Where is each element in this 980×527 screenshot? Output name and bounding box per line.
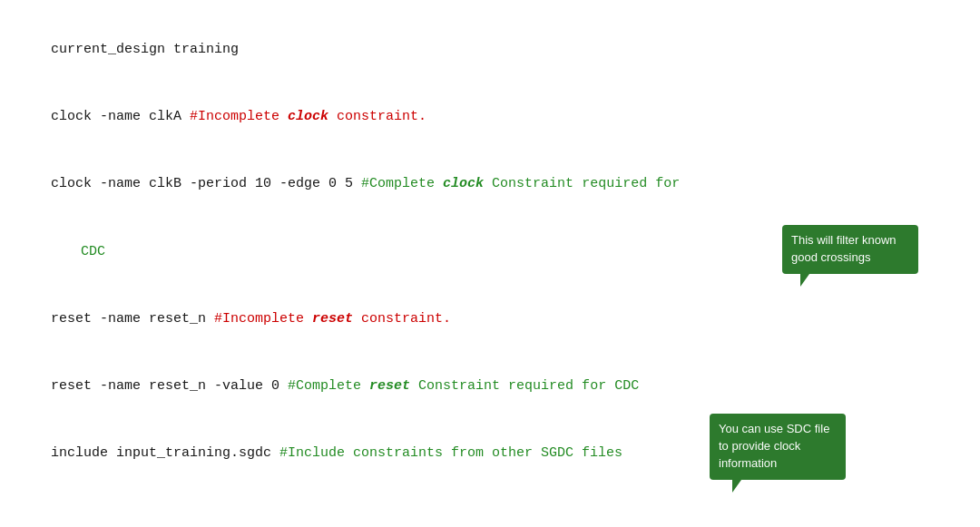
empty-line — [18, 503, 962, 518]
keyword-clock-green: clock — [443, 176, 484, 191]
comment-green: #Complete — [361, 176, 443, 191]
comment-red: #Incomplete — [190, 109, 288, 124]
comment-text3: constraint. — [353, 311, 451, 327]
code-text: current_design training — [51, 42, 239, 57]
comment-text2: Constraint required for — [484, 176, 680, 191]
comment-text4: Constraint required for CDC — [410, 378, 639, 394]
code-text: clock -name clkA — [51, 109, 190, 124]
code-text: clock -name clkB -period 10 -edge 0 5 — [51, 176, 361, 191]
code-text: include input_training.sgdc — [51, 445, 279, 461]
code-text: reset -name reset_n -value 0 — [51, 378, 288, 394]
keyword-clock: clock — [288, 109, 328, 124]
comment-text: constraint. — [328, 109, 426, 124]
comment-green2: #Complete — [288, 378, 369, 394]
tooltip-text-2: You can use SDC file to provide clock in… — [719, 422, 829, 470]
comment-red2: #Incomplete — [214, 311, 312, 327]
tooltip-filter-crossings: This will filter known good crossings — [782, 225, 918, 274]
comment-include: #Include constraints from other SGDC fil… — [279, 445, 622, 461]
code-line-7: //cdc_false_path -from "rule_Ac_sync01::… — [18, 518, 962, 527]
code-line-3: clock -name clkB -period 10 -edge 0 5 #C… — [18, 151, 962, 219]
keyword-reset-green: reset — [369, 378, 410, 394]
code-text: reset -name reset_n — [51, 311, 214, 327]
code-line-4: reset -name reset_n #Incomplete reset co… — [18, 286, 962, 353]
empty-line — [18, 488, 962, 503]
code-line-5: reset -name reset_n -value 0 #Complete r… — [18, 353, 962, 420]
code-line-2: clock -name clkA #Incomplete clock const… — [18, 83, 962, 151]
tooltip-sdc-file: You can use SDC file to provide clock in… — [710, 414, 846, 480]
code-line-1: current_design training — [18, 16, 962, 83]
keyword-reset: reset — [312, 311, 353, 327]
code-cdc: CDC — [81, 244, 105, 259]
tooltip-text-1: This will filter known good crossings — [791, 233, 897, 264]
